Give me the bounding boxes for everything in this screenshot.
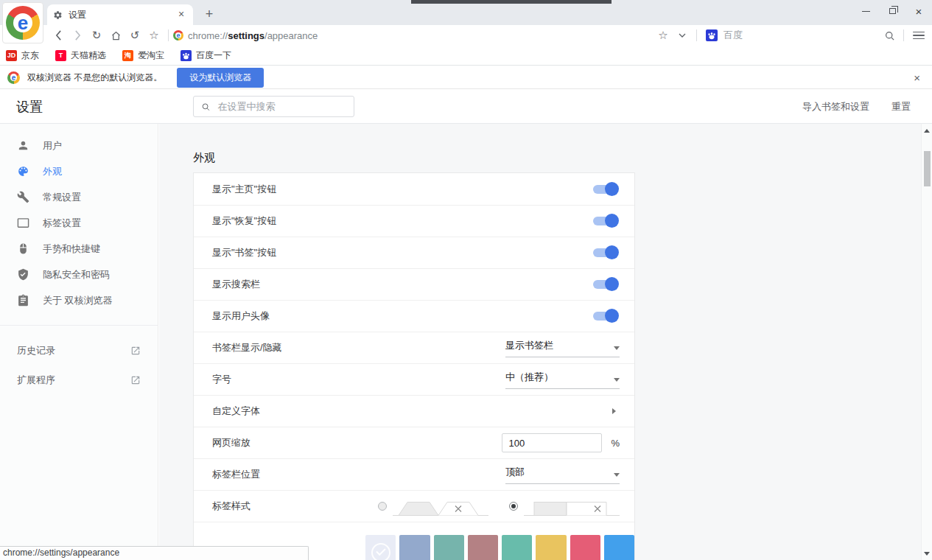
- bookmark-baidu[interactable]: 百度一下: [181, 49, 231, 62]
- reset-button[interactable]: 重置: [891, 100, 911, 113]
- browser-tab-settings[interactable]: 设置 ×: [47, 4, 193, 25]
- setting-row-show-restore: 显示"恢复"按钮: [194, 205, 634, 237]
- bookmark-tmall[interactable]: T 天猫精选: [55, 49, 106, 62]
- sidebar-item-appearance[interactable]: 外观: [0, 158, 158, 184]
- setting-row-tab-style: 标签样式: [194, 490, 634, 522]
- baidu-paw-icon[interactable]: [706, 29, 718, 41]
- theme-swatch-teal[interactable]: [434, 535, 464, 560]
- about-icon: [17, 294, 29, 307]
- new-tab-button[interactable]: +: [200, 5, 218, 23]
- search-icon: [201, 102, 210, 112]
- external-link-icon: [130, 346, 141, 356]
- wrench-icon: [17, 191, 29, 203]
- radio-tab-style-trapezoid[interactable]: [378, 502, 387, 511]
- close-button[interactable]: ×: [905, 0, 932, 22]
- settings-sidebar: 用户 外观 常规设置 标签设置 手势和快捷键 隐私安全和密码 关于 双核浏览器 …: [0, 124, 158, 560]
- sidebar-item-about[interactable]: 关于 双核浏览器: [0, 287, 158, 313]
- setting-row-show-home: 显示"主页"按钮: [194, 173, 634, 205]
- sidebar-link-extensions[interactable]: 扩展程序: [0, 365, 158, 395]
- browser-logo-button[interactable]: e: [2, 2, 43, 43]
- sidebar-item-users[interactable]: 用户: [0, 133, 158, 158]
- back-icon: [55, 30, 62, 41]
- bookmark-label: 百度一下: [196, 49, 231, 62]
- bookmarkbar-visibility-select[interactable]: 显示书签栏: [505, 339, 620, 357]
- settings-content: 用户 外观 常规设置 标签设置 手势和快捷键 隐私安全和密码 关于 双核浏览器 …: [0, 124, 932, 560]
- toolbar-right-group: ☆ 百度: [654, 27, 932, 44]
- set-default-browser-button[interactable]: 设为默认浏览器: [177, 68, 264, 88]
- minimize-icon: [862, 11, 870, 12]
- banner-close-icon[interactable]: ×: [914, 71, 925, 84]
- toggle-show-avatar[interactable]: [593, 311, 617, 321]
- jd-favicon: JD: [6, 50, 17, 61]
- sidebar-item-gestures[interactable]: 手势和快捷键: [0, 236, 158, 262]
- sidebar-link-history[interactable]: 历史记录: [0, 336, 158, 365]
- theme-swatch-blue-gray[interactable]: [399, 535, 430, 560]
- search-button[interactable]: [880, 27, 899, 44]
- tab-style-rectangle-preview[interactable]: [524, 496, 620, 517]
- home-button[interactable]: [106, 27, 125, 44]
- maximize-button[interactable]: [879, 0, 905, 22]
- theme-swatch-yellow[interactable]: [536, 535, 566, 560]
- toggle-show-bookmark[interactable]: [593, 248, 617, 258]
- close-icon: ×: [916, 6, 922, 17]
- font-size-select[interactable]: 中（推荐）: [505, 371, 620, 389]
- theme-swatch-default-selected[interactable]: [365, 535, 396, 560]
- sidebar-link-label: 历史记录: [17, 344, 55, 357]
- sidebar-item-label: 标签设置: [43, 217, 81, 230]
- toolbar: ↻ ↺ ☆ e chrome://settings/appearance ☆ 百…: [0, 25, 932, 46]
- settings-search-box[interactable]: [193, 96, 354, 117]
- status-bar-url: chrome://settings/appearance: [0, 546, 309, 560]
- address-bar[interactable]: chrome://settings/appearance: [188, 30, 318, 41]
- setting-row-custom-fonts[interactable]: 自定义字体: [194, 395, 634, 427]
- url-path: /appearance: [264, 30, 318, 41]
- bookmark-label: 爱淘宝: [138, 49, 164, 62]
- scrollbar-thumb[interactable]: [924, 151, 931, 186]
- sidebar-item-label: 常规设置: [43, 191, 81, 204]
- page-favicon: e: [173, 30, 183, 41]
- restore-button[interactable]: ↺: [125, 27, 144, 44]
- setting-row-show-bookmark: 显示"书签"按钮: [194, 237, 634, 268]
- star-dropdown-button[interactable]: [673, 27, 692, 44]
- scroll-up-icon[interactable]: [924, 129, 930, 133]
- taobao-favicon: 淘: [122, 50, 133, 61]
- bookmark-taobao[interactable]: 淘 爱淘宝: [122, 49, 164, 62]
- theme-swatch-pink[interactable]: [570, 535, 600, 560]
- maximize-icon: [889, 8, 896, 14]
- page-zoom-input[interactable]: [502, 433, 602, 452]
- browser-logo-small: e: [7, 71, 20, 84]
- toggle-show-home[interactable]: [593, 184, 617, 195]
- home-icon: [111, 30, 122, 41]
- import-bookmarks-button[interactable]: 导入书签和设置: [802, 100, 869, 113]
- tab-title: 设置: [69, 9, 169, 21]
- tab-style-trapezoid-preview[interactable]: [393, 496, 488, 517]
- theme-swatch-green[interactable]: [502, 535, 532, 560]
- favorite-star-button[interactable]: ☆: [654, 27, 673, 44]
- vertical-scrollbar[interactable]: [921, 124, 932, 560]
- theme-swatch-rose[interactable]: [468, 535, 498, 560]
- sidebar-item-tabs[interactable]: 标签设置: [0, 210, 158, 236]
- theme-swatch-blue[interactable]: [604, 535, 634, 560]
- radio-tab-style-rectangle[interactable]: [509, 502, 518, 511]
- toggle-show-searchbar[interactable]: [593, 279, 617, 290]
- back-button[interactable]: [49, 27, 68, 44]
- menu-button[interactable]: [913, 32, 925, 40]
- baidu-search-placeholder[interactable]: 百度: [723, 29, 743, 42]
- bookmark-star-button[interactable]: ☆: [144, 27, 164, 44]
- subpage-arrow-icon: [612, 408, 616, 414]
- forward-button[interactable]: [68, 27, 87, 44]
- minimize-button[interactable]: [852, 0, 879, 22]
- tab-close-icon[interactable]: ×: [175, 9, 187, 21]
- refresh-button[interactable]: ↻: [87, 27, 106, 44]
- chevron-down-icon: [679, 33, 686, 38]
- toggle-show-restore[interactable]: [593, 216, 617, 226]
- sidebar-item-privacy[interactable]: 隐私安全和密码: [0, 262, 158, 287]
- person-icon: [17, 139, 29, 152]
- settings-search-input[interactable]: [217, 101, 346, 112]
- search-icon: [884, 30, 895, 41]
- url-scheme: chrome://: [188, 30, 228, 41]
- tabbar-position-select[interactable]: 顶部: [505, 466, 620, 484]
- percent-suffix: %: [611, 438, 620, 449]
- sidebar-item-general[interactable]: 常规设置: [0, 184, 158, 210]
- scroll-down-icon[interactable]: [924, 552, 930, 556]
- bookmark-jd[interactable]: JD 京东: [6, 49, 39, 62]
